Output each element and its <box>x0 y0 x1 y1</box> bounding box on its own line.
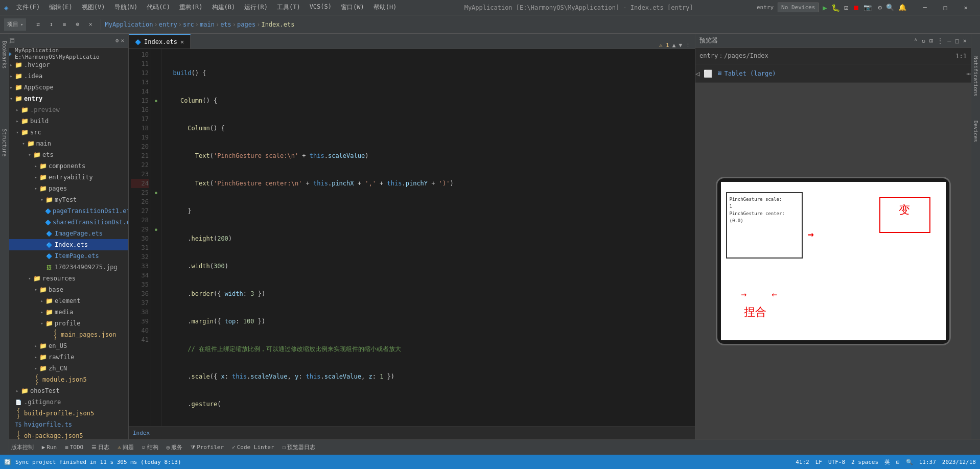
debug-button[interactable]: 🐛 <box>831 4 840 12</box>
maximize-button[interactable]: □ <box>935 0 955 15</box>
tree-item-media[interactable]: ▸ 📁 media <box>0 307 128 318</box>
tree-item-indexets[interactable]: 🔷 Index.ets <box>0 239 128 250</box>
notifications-icon[interactable]: 🔔 <box>898 4 906 11</box>
tree-item-resources[interactable]: ▾ 📁 resources <box>0 273 128 284</box>
tree-item-preview[interactable]: ▸ 📁 .preview <box>0 104 128 115</box>
tree-item-itempage[interactable]: 🔷 ItemPage.ets <box>0 250 128 262</box>
codelinter-btn[interactable]: ✓ Code Linter <box>230 443 276 452</box>
tree-item-oh-package[interactable]: { } oh-package.json5 <box>0 430 128 439</box>
tree-item-ets[interactable]: ▾ 📁 ets <box>0 149 128 160</box>
tree-item-entryability[interactable]: ▸ 📁 entryability <box>0 172 128 183</box>
tree-item-entry[interactable]: ▾ 📁 entry <box>0 93 128 104</box>
tree-item-imagepage[interactable]: 🔷 ImagePage.ets <box>0 228 128 239</box>
preview-more-icon[interactable]: — <box>947 37 951 44</box>
tree-item-pagetrans[interactable]: 🔷 pageTransitionDst1.ets <box>0 205 128 217</box>
tree-item-mytest[interactable]: ▾ 📁 myTest <box>0 194 128 205</box>
tree-item-appscope[interactable]: ▸ 📁 AppScope <box>0 82 128 93</box>
breadcrumb-main[interactable]: main <box>200 21 215 28</box>
preview-log-btn[interactable]: ☐ 预览器日志 <box>281 442 318 452</box>
close-button[interactable]: ✕ <box>955 0 976 15</box>
preview-grid-icon[interactable]: ⋮ <box>937 37 943 44</box>
bookmarks-label[interactable]: Bookmarks <box>1 39 8 71</box>
cursor-position[interactable]: 41:2 <box>796 459 809 465</box>
tree-item-base[interactable]: ▾ 📁 base <box>0 284 128 295</box>
structure-btn[interactable]: ☑ 结构 <box>140 442 160 452</box>
preview-device-icon[interactable]: ⬜ <box>704 69 712 78</box>
preview-x-icon[interactable]: × <box>963 37 967 44</box>
tree-item-build-profile[interactable]: { } build-profile.json5 <box>0 408 128 419</box>
tree-item-enus[interactable]: ▸ 📁 en_US <box>0 340 128 351</box>
run-btn[interactable]: ▶ Run <box>40 443 59 452</box>
menu-refactor[interactable]: 重构(R) <box>175 2 207 13</box>
project-dropdown[interactable]: 项目 ▾ <box>4 18 26 31</box>
preview-settings-icon[interactable]: ᴬ <box>914 37 918 44</box>
tree-item-pages[interactable]: ▾ 📁 pages <box>0 183 128 194</box>
camera-button[interactable]: 📷 <box>864 4 872 11</box>
tree-item-profile[interactable]: ▾ 📁 profile <box>0 318 128 329</box>
stop-button[interactable]: ⏹ <box>852 4 859 12</box>
tree-item-main[interactable]: ▾ 📁 main <box>0 138 128 149</box>
tree-item-hvigor[interactable]: ▸ 📁 .hvigor <box>0 59 128 71</box>
issues-btn[interactable]: ⚠ 问题 <box>115 442 136 452</box>
tree-item-rawfile[interactable]: ▸ 📁 rawfile <box>0 351 128 363</box>
preview-back-icon[interactable]: ◁ <box>695 69 699 78</box>
tree-item-element[interactable]: ▸ 📁 element <box>0 295 128 307</box>
breadcrumb-pages[interactable]: pages <box>237 21 255 28</box>
toolbar-settings[interactable]: ⚙ <box>72 18 83 31</box>
minimize-button[interactable]: ─ <box>915 0 935 15</box>
menu-edit[interactable]: 编辑(E) <box>45 2 77 13</box>
tree-item-main-pages[interactable]: { } main_pages.json <box>0 329 128 340</box>
devices-sidebar-label[interactable]: Devices <box>972 119 979 144</box>
toolbar-close[interactable]: ✕ <box>85 18 97 31</box>
tree-item-hvigorfile[interactable]: TS hvigorfile.ts <box>0 419 128 430</box>
menu-file[interactable]: 文件(F) <box>12 2 44 13</box>
search-taskbar-icon[interactable]: 🔍 <box>906 459 913 465</box>
menu-view[interactable]: 视图(V) <box>78 2 109 13</box>
tree-item-zhcn[interactable]: ▸ 📁 zh_CN <box>0 363 128 374</box>
tree-item-jpg[interactable]: 🖼 1702344909275.jpg <box>0 262 128 273</box>
profiler-btn[interactable]: ⧩ Profiler <box>189 443 226 452</box>
preview-split-icon[interactable]: ⊞ <box>929 37 933 44</box>
breadcrumb-src[interactable]: src <box>183 21 194 28</box>
sidebar-settings-icon[interactable]: ⚙ <box>115 37 119 44</box>
tree-item-idea[interactable]: ▸ 📁 .idea <box>0 71 128 82</box>
preview-close-icon[interactable]: □ <box>955 37 959 44</box>
log-btn[interactable]: ☰ 日志 <box>89 442 111 452</box>
menu-build[interactable]: 构建(B) <box>208 2 240 13</box>
tree-item-modulejson[interactable]: { } module.json5 <box>0 374 128 385</box>
menu-navigate[interactable]: 导航(N) <box>110 2 142 13</box>
menu-help[interactable]: 帮助(H) <box>369 2 401 13</box>
search-icon[interactable]: 🔍 <box>886 4 894 11</box>
menu-code[interactable]: 代码(C) <box>143 2 174 13</box>
todo-btn[interactable]: ≡ TODO <box>63 443 85 452</box>
toolbar-icon-3[interactable]: ≡ <box>59 18 71 31</box>
toolbar-icon-1[interactable]: ⇄ <box>32 18 44 31</box>
nav-down-icon[interactable]: ▼ <box>679 42 682 49</box>
code-editor[interactable]: 10 11 12 13 14 15 16 17 18 19 20 21 22 2… <box>129 49 695 426</box>
menu-run[interactable]: 运行(R) <box>240 2 272 13</box>
menu-vcs[interactable]: VCS(S) <box>306 2 336 13</box>
nav-up-icon[interactable]: ▲ <box>672 42 676 49</box>
language[interactable]: 英 <box>884 458 890 466</box>
code-content[interactable]: build() { Column() { Column() { Text('Pi… <box>161 49 695 426</box>
preview-refresh-icon[interactable]: ↻ <box>922 37 925 44</box>
tree-item-myapplication[interactable]: ▾ ◈ MyApplication E:\HarmonyOS\MyApplica… <box>0 48 128 59</box>
run-button[interactable]: ▶ <box>823 4 827 12</box>
devices-selector[interactable]: No Devices <box>778 3 819 12</box>
editor-tab-indexets[interactable]: 🔷 Index.ets ✕ <box>129 34 191 49</box>
preview-dots-icon[interactable]: ⋯ <box>967 69 971 78</box>
breadcrumb-ets[interactable]: ets <box>220 21 231 28</box>
breadcrumb-app[interactable]: MyApplication <box>105 21 153 28</box>
services-btn[interactable]: ◎ 服务 <box>165 442 185 452</box>
tree-item-ohostest[interactable]: ▸ 📁 ohosTest <box>0 385 128 396</box>
indent[interactable]: 2 spaces <box>851 459 878 465</box>
profile-button[interactable]: ⊡ <box>844 4 848 12</box>
tree-item-gitignore[interactable]: 📄 .gitignore <box>0 396 128 408</box>
left-panel-label[interactable]: Structure <box>1 127 8 158</box>
menu-tools[interactable]: 工具(T) <box>273 2 305 13</box>
settings-icon[interactable]: ⚙ <box>878 4 882 11</box>
tree-item-components[interactable]: ▸ 📁 components <box>0 160 128 172</box>
entry-selector[interactable]: entry <box>757 4 774 11</box>
preview-zoom-icon[interactable]: 1:1 <box>955 53 967 60</box>
sidebar-close-icon[interactable]: ✕ <box>121 37 124 44</box>
